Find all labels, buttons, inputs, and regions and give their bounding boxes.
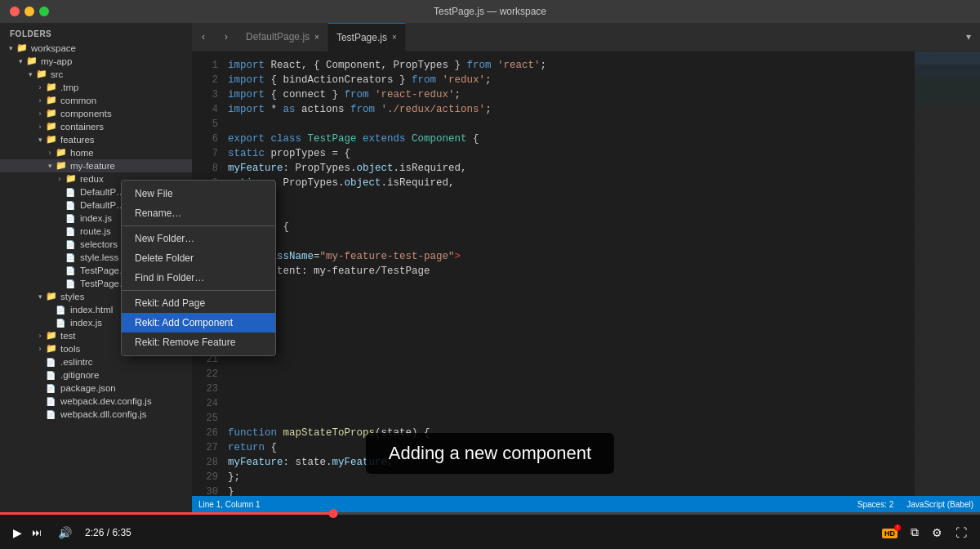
code-editor[interactable]: import React, { Component, PropTypes } f… <box>225 51 915 496</box>
progress-dot[interactable] <box>329 509 338 518</box>
sidebar-item-label: home <box>70 148 94 158</box>
settings-button[interactable]: ⚙ <box>932 526 942 539</box>
caption-box: Adding a new component <box>366 433 614 474</box>
file-icon: 📄 <box>65 186 77 198</box>
file-icon: 📄 <box>46 382 57 394</box>
sidebar-item-packagejson[interactable]: › 📄 package.json <box>0 382 192 395</box>
chevron-right-icon: › <box>56 175 64 183</box>
chevron-down-icon: ▾ <box>26 70 34 78</box>
context-menu-rekit-add-page[interactable]: Rekit: Add Page <box>122 293 275 313</box>
folder-icon: 📁 <box>46 134 57 145</box>
file-icon: 📄 <box>65 199 77 211</box>
sidebar-item-webpackdev[interactable]: › 📄 webpack.dev.config.js <box>0 395 192 408</box>
chevron-right-icon: › <box>36 123 44 131</box>
hd-badge-container[interactable]: HD ! <box>882 528 898 538</box>
tab-label: DefaultPage.js <box>246 31 310 42</box>
sidebar-item-components[interactable]: › 📁 components <box>0 107 192 120</box>
folder-icon: 📁 <box>46 330 57 341</box>
context-menu-rekit-add-component[interactable]: Rekit: Add Component <box>122 313 275 333</box>
sidebar-item-features[interactable]: ▾ 📁 features <box>0 133 192 146</box>
sidebar-item-label: selectors <box>80 239 118 249</box>
file-icon: 📄 <box>56 304 67 315</box>
folder-icon: 📁 <box>16 42 28 54</box>
sidebar-item-webpackdll[interactable]: › 📄 webpack.dll.config.js <box>0 408 192 421</box>
close-button[interactable] <box>10 7 20 16</box>
sidebar-header: FOLDERS <box>0 26 192 42</box>
sidebar-item-eslintrc[interactable]: › 📄 .eslintrc <box>0 355 192 368</box>
context-menu-rekit-remove-feature[interactable]: Rekit: Remove Feature <box>122 333 275 352</box>
tab-nav-left[interactable]: ‹ <box>192 23 215 51</box>
sidebar-item-common[interactable]: › 📁 common <box>0 94 192 107</box>
chevron-right-icon: › <box>46 149 54 157</box>
time-display: 2:26 / 6:35 <box>85 527 131 538</box>
sidebar-item-label: style.less <box>80 252 118 262</box>
minimize-button[interactable] <box>24 7 34 16</box>
sidebar-item-home[interactable]: › 📁 home <box>0 146 192 159</box>
sidebar-item-label: features <box>60 135 95 145</box>
sidebar-item-label: .tmp <box>60 83 78 92</box>
progress-bar[interactable] <box>0 512 333 515</box>
fullscreen-button[interactable]: ⛶ <box>956 526 967 539</box>
tab-bar: ‹ › DefaultPage.js × TestPage.js × ▾ <box>192 23 980 51</box>
file-icon: 📄 <box>65 265 77 276</box>
chevron-right-icon: › <box>36 96 44 105</box>
cursor-position: Line 1, Column 1 <box>198 500 261 509</box>
close-icon[interactable]: × <box>392 33 397 42</box>
sidebar-item-label: DefaultP… <box>80 187 126 197</box>
progress-container[interactable] <box>0 512 980 515</box>
tab-nav-right[interactable]: › <box>215 23 238 51</box>
sidebar-item-label: my-feature <box>70 161 115 171</box>
volume-button[interactable]: 🔊 <box>58 526 72 539</box>
context-menu-find-in-folder[interactable]: Find in Folder… <box>122 268 275 288</box>
sidebar-item-workspace[interactable]: ▾ 📁 workspace <box>0 42 192 55</box>
chevron-down-icon: ▾ <box>36 292 44 301</box>
folder-icon: 📁 <box>46 108 57 119</box>
maximize-button[interactable] <box>39 7 49 16</box>
sidebar-item-label: index.html <box>70 305 113 315</box>
sidebar-item-label: tools <box>60 344 80 354</box>
sidebar-item-label: DefaultP… <box>80 200 126 210</box>
context-menu-new-file[interactable]: New File <box>122 184 275 203</box>
file-icon: 📄 <box>65 252 77 263</box>
context-menu-new-folder[interactable]: New Folder… <box>122 229 275 248</box>
sidebar-item-label: index.js <box>80 213 112 223</box>
skip-forward-button[interactable]: ⏭ <box>32 527 42 538</box>
playback-controls: ▶ ⏭ 🔊 2:26 / 6:35 <box>13 523 131 539</box>
tab-label: TestPage.js <box>336 32 387 43</box>
hd-notification: ! <box>894 524 901 531</box>
total-time: 6:35 <box>112 527 131 538</box>
context-menu-separator <box>122 225 275 226</box>
sidebar-item-gitignore[interactable]: › 📄 .gitignore <box>0 368 192 382</box>
file-icon: 📄 <box>56 317 67 328</box>
pip-button[interactable]: ⧉ <box>911 525 919 539</box>
context-menu-delete-folder[interactable]: Delete Folder <box>122 248 275 268</box>
close-icon[interactable]: × <box>314 33 319 42</box>
context-menu-rename[interactable]: Rename… <box>122 203 275 223</box>
file-icon: 📄 <box>46 356 57 368</box>
sidebar-item-label: my-app <box>41 56 72 66</box>
sidebar-item-containers[interactable]: › 📁 containers <box>0 120 192 133</box>
sidebar-item-tmp[interactable]: › 📁 .tmp <box>0 81 192 94</box>
file-icon: 📄 <box>46 369 57 381</box>
sidebar-item-my-app[interactable]: ▾ 📁 my-app <box>0 55 192 68</box>
tab-defaultpage[interactable]: DefaultPage.js × <box>238 23 328 51</box>
folder-icon: 📁 <box>46 95 57 106</box>
caption-text: Adding a new component <box>389 443 591 463</box>
chevron-right-icon: › <box>36 345 44 353</box>
editor-status-bar: Line 1, Column 1 Spaces: 2 JavaScript (B… <box>192 496 980 512</box>
folder-icon: 📁 <box>46 343 57 355</box>
file-icon: 📄 <box>46 395 57 407</box>
sidebar-item-label: workspace <box>31 43 76 53</box>
sidebar-item-label: containers <box>60 122 104 132</box>
play-button[interactable]: ▶ <box>13 526 22 539</box>
sidebar-item-src[interactable]: ▾ 📁 src <box>0 68 192 81</box>
sidebar-item-my-feature[interactable]: ▾ 📁 my-feature <box>0 159 192 172</box>
chevron-down-icon: ▾ <box>46 162 54 170</box>
window-title: TestPage.js — workspace <box>434 6 546 17</box>
tab-testpage[interactable]: TestPage.js × <box>328 23 406 51</box>
spaces-indicator: Spaces: 2 <box>858 500 893 509</box>
tab-more-icon[interactable]: ▾ <box>957 23 980 51</box>
chevron-down-icon: ▾ <box>36 136 44 144</box>
file-icon: 📄 <box>65 278 77 289</box>
sidebar-item-label: components <box>60 109 112 118</box>
